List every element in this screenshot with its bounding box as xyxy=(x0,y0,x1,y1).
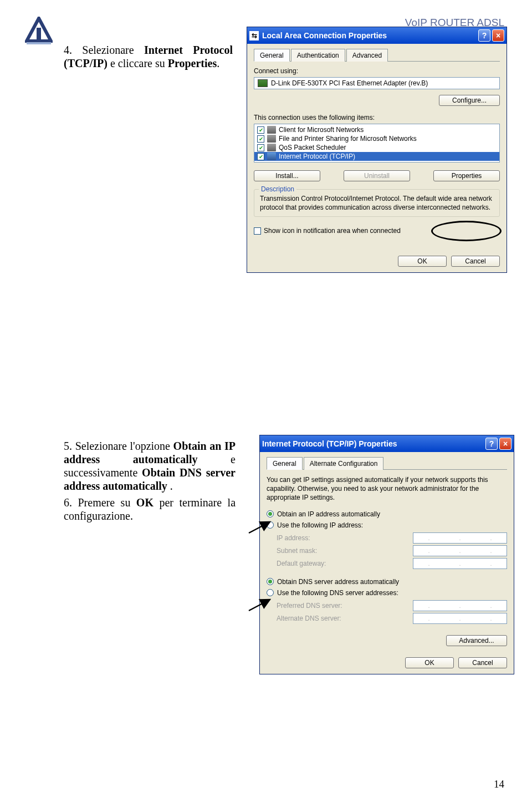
tab-alternate-config[interactable]: Alternate Configuration xyxy=(304,457,384,470)
titlebar-help-button[interactable]: ? xyxy=(485,438,498,450)
pref-dns-field: ... xyxy=(413,600,507,611)
uses-items-label: This connection uses the following items… xyxy=(254,114,500,121)
radio-obtain-ip-auto[interactable] xyxy=(267,510,274,517)
svg-line-3 xyxy=(249,522,270,533)
tab-authentication[interactable]: Authentication xyxy=(291,49,345,62)
svg-line-4 xyxy=(249,600,270,611)
radio-label: Use the following IP address: xyxy=(277,521,363,529)
titlebar-close-button[interactable]: × xyxy=(492,29,504,42)
service-icon xyxy=(267,135,276,143)
radio-label: Use the following DNS server addresses: xyxy=(277,589,398,597)
alt-dns-field: ... xyxy=(413,613,507,624)
description-label: Description xyxy=(259,185,296,193)
titlebar-close-button[interactable]: × xyxy=(499,438,511,450)
subnet-field: ... xyxy=(413,545,507,556)
advanced-button[interactable]: Advanced... xyxy=(446,635,507,646)
protocol-listbox[interactable]: ✔ Client for Microsoft Networks ✔ File a… xyxy=(254,124,500,163)
titlebar-help-button[interactable]: ? xyxy=(478,29,490,42)
instruction-step-4: 4. Selezionare Internet Protocol (TCP/IP… xyxy=(64,43,233,70)
client-icon xyxy=(267,126,276,134)
radio-label: Obtain an IP address automatically xyxy=(277,510,380,518)
show-icon-checkbox[interactable]: ✔ xyxy=(254,227,261,235)
properties-button[interactable]: Properties xyxy=(433,170,500,181)
radio-obtain-dns-auto[interactable] xyxy=(267,578,274,585)
ip-address-label: IP address: xyxy=(277,534,310,542)
window-icon: ⇆ xyxy=(249,31,259,40)
annotation-circle xyxy=(431,221,502,241)
pref-dns-label: Preferred DNS server: xyxy=(277,602,342,610)
annotation-arrow xyxy=(248,596,275,615)
list-item-selected[interactable]: ✔ Internet Protocol (TCP/IP) xyxy=(254,152,499,161)
list-item[interactable]: ✔ Client for Microsoft Networks xyxy=(254,125,499,134)
instruction-steps-5-6: 5. Selezionare l'opzione Obtain an IP ad… xyxy=(64,439,236,522)
configure-button[interactable]: Configure... xyxy=(439,95,500,106)
gateway-field: ... xyxy=(413,558,507,569)
ip-address-field: ... xyxy=(413,532,507,544)
company-logo xyxy=(25,17,53,44)
service-icon xyxy=(267,144,276,151)
cancel-button[interactable]: Cancel xyxy=(451,256,500,267)
uninstall-button[interactable]: Uninstall xyxy=(344,170,410,181)
alt-dns-label: Alternate DNS server: xyxy=(277,615,341,622)
cancel-button[interactable]: Cancel xyxy=(458,657,507,668)
install-button[interactable]: Install... xyxy=(254,170,320,181)
page-number: 14 xyxy=(494,778,504,790)
show-icon-label: Show icon in notification area when conn… xyxy=(264,227,401,235)
adapter-field: D-Link DFE-530TX PCI Fast Ethernet Adapt… xyxy=(254,77,500,89)
radio-label: Obtain DNS server address automatically xyxy=(277,578,399,586)
tab-general[interactable]: General xyxy=(254,49,290,62)
dialog-title: Local Area Connection Properties xyxy=(262,31,387,40)
svg-rect-2 xyxy=(27,42,51,44)
svg-rect-1 xyxy=(37,28,41,41)
connect-using-label: Connect using: xyxy=(254,67,500,75)
checkbox-icon[interactable]: ✔ xyxy=(257,135,264,143)
ok-button[interactable]: OK xyxy=(398,256,447,267)
ok-button[interactable]: OK xyxy=(405,657,454,668)
checkbox-icon[interactable]: ✔ xyxy=(257,126,264,134)
protocol-icon xyxy=(267,153,276,160)
annotation-arrow xyxy=(248,519,275,537)
network-card-icon xyxy=(258,79,268,87)
gateway-label: Default gateway: xyxy=(277,560,326,567)
tcpip-properties-dialog: Internet Protocol (TCP/IP) Properties ? … xyxy=(259,435,514,674)
checkbox-icon[interactable]: ✔ xyxy=(257,153,264,160)
dialog-title: Internet Protocol (TCP/IP) Properties xyxy=(262,439,397,448)
radio-use-dns[interactable] xyxy=(267,589,274,596)
checkbox-icon[interactable]: ✔ xyxy=(257,144,264,151)
list-item[interactable]: ✔ File and Printer Sharing for Microsoft… xyxy=(254,134,499,143)
tab-advanced[interactable]: Advanced xyxy=(346,49,388,62)
list-item[interactable]: ✔ QoS Packet Scheduler xyxy=(254,143,499,152)
description-text: Transmission Control Protocol/Internet P… xyxy=(260,194,494,212)
intro-text: You can get IP settings assigned automat… xyxy=(267,475,507,503)
tab-general[interactable]: General xyxy=(267,457,303,470)
subnet-label: Subnet mask: xyxy=(277,547,317,555)
